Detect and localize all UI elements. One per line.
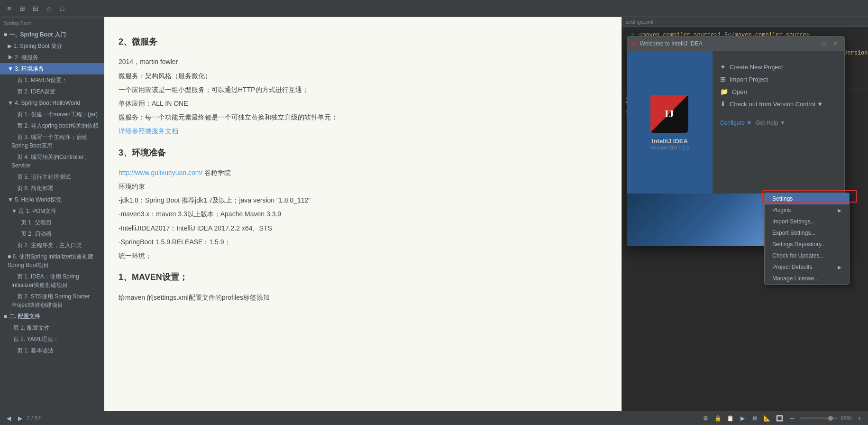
grid-icon[interactable]: ⊞ (17, 3, 27, 14)
context-menu-settings[interactable]: Settings (765, 193, 849, 204)
sidebar-item-1-4-5[interactable]: 页 5. 运行主程序测试 (0, 171, 104, 183)
idea-bottom-buttons: Configure ▼ Get Help ▼ (720, 120, 837, 126)
context-menu-settings-repo[interactable]: Settings Repository... (765, 239, 849, 250)
zoom-thumb[interactable] (828, 416, 833, 421)
context-menu-plugins[interactable]: Plugins ▶ (765, 204, 849, 216)
play-icon[interactable]: ▶ (738, 414, 748, 423)
maven-desc: 给maven 的settings.xml配置文件的profiles标签添加 (119, 292, 607, 304)
bottom-left-controls: ◀ ▶ 2 / 57 (4, 414, 41, 423)
zoom-level: 95% (841, 415, 852, 422)
context-menu-manage-license[interactable]: Manage License... (765, 273, 849, 284)
prev-page-button[interactable]: ◀ (4, 414, 13, 423)
env-p1: http://www.gulixueyuan.com/ 谷粒学院 (119, 167, 607, 179)
idea-action-import[interactable]: ⊞ Import Project (720, 73, 837, 85)
page-current: 2 (27, 415, 30, 422)
sidebar-item-1-3-2[interactable]: 页 2. IDEA设置 (0, 86, 104, 97)
doc-panel[interactable]: 2、微服务 2014，martin fowler 微服务：架构风格（服务微化） … (104, 17, 621, 411)
idea-minimize-button[interactable]: ─ (808, 39, 817, 48)
bookmark-icon[interactable]: ☆ (44, 3, 54, 14)
top-toolbar: ≡ ⊞ ⊟ ☆ □ (0, 0, 868, 17)
grid-bottom-icon[interactable]: ⊞ (750, 414, 760, 423)
sidebar-item-1-4-2[interactable]: 页 2. 导入spring boot相关的依赖 (0, 120, 104, 131)
sidebar-item-1-3[interactable]: ▼ 3. 环境准备 (0, 63, 104, 74)
sidebar-item-section1[interactable]: ■ 一、Spring Boot 入门 (0, 29, 104, 40)
idea-dialog-title-text: IJ Welcome to IntelliJ IDEA (632, 40, 703, 47)
idea-maximize-button[interactable]: □ (820, 39, 828, 48)
list-icon[interactable]: ⊟ (30, 3, 41, 14)
sidebar-item-1-4-3[interactable]: 页 3. 编写一个主程序；启动Spring Boot应用 (0, 131, 104, 151)
env-maven: -maven3.x：maven 3.3以上版本；Apache Maven 3.3… (119, 208, 607, 220)
context-menu-export-settings[interactable]: Export Settings... (765, 227, 849, 239)
sidebar-item-2-2-1[interactable]: 页 1. 基本语法 (0, 345, 104, 356)
sidebar-item-1-5-1-2[interactable]: 页 2. 启动器 (0, 228, 104, 240)
sidebar-item-2-1[interactable]: 页 1. 配置文件 (0, 322, 104, 333)
idea-close-button[interactable]: ✕ (831, 39, 840, 48)
sidebar-item-1-5[interactable]: ▼ 5. Hello World探究 (0, 194, 104, 205)
zoom-out-icon[interactable]: ─ (787, 414, 797, 423)
sidebar-item-1-3-1[interactable]: 页 1. MAVEN设置： (0, 74, 104, 86)
idea-action-create[interactable]: ✦ Create New Project (720, 61, 837, 73)
env-springboot: -SpringBoot 1.5.9.RELEASE：1.5.9； (119, 236, 607, 248)
context-menu-project-defaults[interactable]: Project Defaults ▶ (765, 261, 849, 273)
project-defaults-arrow: ▶ (838, 265, 841, 270)
section-maven-title: 1、MAVEN设置； (119, 269, 607, 286)
gulixueyuan-link[interactable]: http://www.gulixueyuan.com/ (119, 169, 202, 176)
idea-titlebar: IJ Welcome to IntelliJ IDEA ─ □ ✕ (627, 37, 844, 51)
import-settings-label: Import Settings... (772, 218, 815, 225)
copy-icon[interactable]: 📋 (726, 414, 735, 423)
checkout-vcs-icon: ⬇ (720, 100, 726, 108)
idea-dialog-title-label: Welcome to IntelliJ IDEA (640, 40, 703, 47)
menu-icon[interactable]: ≡ (4, 3, 14, 14)
import-project-icon: ⊞ (720, 75, 726, 83)
idea-logo-area: IJ IntelliJ IDEA Version 2017.2.2 (627, 51, 713, 194)
idea-action-vcs-label: Check out from Version Control ▼ (730, 101, 823, 108)
code-filename: settings.xml (626, 19, 653, 25)
lock-icon[interactable]: 🔒 (713, 414, 723, 423)
zoom-slider[interactable] (800, 417, 838, 419)
sidebar-item-1-5-2[interactable]: 页 2. 主程序类，主入口类 (0, 240, 104, 251)
plugins-label: Plugins (772, 207, 791, 213)
sidebar-item-section2[interactable]: ■ 二. 配置文件 (0, 311, 104, 322)
bottom-right-controls: ⚙ 🔒 📋 ▶ ⊞ 📐 🔳 ─ 95% + (701, 414, 864, 423)
idea-version: Version 2017.2.2 (650, 145, 690, 150)
configure-button[interactable]: Configure ▼ (720, 120, 752, 126)
sidebar-item-1-6[interactable]: ■ 6. 使用Spring Initializer快速创建Spring Boot… (0, 251, 104, 271)
sidebar-item-1-4-4[interactable]: 页 4. 编写相关的Controller、Service (0, 151, 104, 171)
idea-action-vcs[interactable]: ⬇ Check out from Version Control ▼ (720, 98, 837, 110)
idea-action-open-label: Open (732, 88, 747, 95)
idea-titlebar-controls: ─ □ ✕ (808, 39, 840, 48)
section-env-title: 3、环境准备 (119, 145, 607, 162)
context-menu-import-settings[interactable]: Import Settings... (765, 216, 849, 227)
context-menu-check-updates[interactable]: Check for Updates... (765, 250, 849, 261)
create-project-icon: ✦ (720, 63, 726, 71)
sidebar-item-1-1[interactable]: ▶ 1. Spring Boot 简介 (0, 40, 104, 52)
sidebar-item-1-6-2[interactable]: 页 2. STS使用 Spring Starter Project快速创建项目 (0, 291, 104, 311)
frame-icon[interactable]: 🔳 (775, 414, 785, 423)
get-help-button[interactable]: Get Help ▼ (756, 120, 786, 126)
section-microservice-title: 2、微服务 (119, 34, 607, 51)
sidebar-item-1-2[interactable]: ▶ 2. 微服务 (0, 52, 104, 63)
sidebar-item-1-4[interactable]: ▼ 4. Spring Boot HelloWorld (0, 97, 104, 109)
ruler-icon[interactable]: 📐 (763, 414, 772, 423)
microservice-p5: 一个应用应该是一组小型服务；可以通过HTTP的方式进行互通； (119, 84, 607, 96)
window-icon[interactable]: □ (57, 3, 67, 14)
sidebar-item-1-5-1-1[interactable]: 页 1. 父项目 (0, 217, 104, 228)
page-separator: / (31, 415, 35, 422)
microservice-link[interactable]: 详细参照微服务文档 (119, 127, 178, 135)
check-updates-label: Check for Updates... (772, 252, 824, 259)
microservice-link-para: 详细参照微服务文档 (119, 125, 607, 137)
sidebar-item-2-2[interactable]: 页 2. YAML语法： (0, 333, 104, 345)
manage-license-label: Manage License... (772, 275, 819, 282)
next-page-button[interactable]: ▶ (15, 414, 25, 423)
sidebar-item-1-5-1[interactable]: ▼ 页 1. POM文件 (0, 205, 104, 217)
code-header: settings.xml (622, 17, 868, 27)
zoom-in-icon[interactable]: + (855, 414, 864, 423)
sidebar-item-1-6-1[interactable]: 页 1. IDEA：使用 Spring Initializer快速创建项目 (0, 271, 104, 291)
project-defaults-label: Project Defaults (772, 264, 813, 270)
sidebar-item-1-4-1[interactable]: 页 1. 创建一个maven工程；(jar) (0, 109, 104, 120)
sidebar-item-1-4-6[interactable]: 页 6. 简化部署 (0, 183, 104, 194)
configure-context-menu: Settings Plugins ▶ Import Settings... Ex… (764, 193, 850, 285)
plugins-arrow: ▶ (838, 208, 841, 213)
settings-bottom-icon[interactable]: ⚙ (701, 414, 711, 423)
idea-action-open[interactable]: 📁 Open (720, 85, 837, 98)
